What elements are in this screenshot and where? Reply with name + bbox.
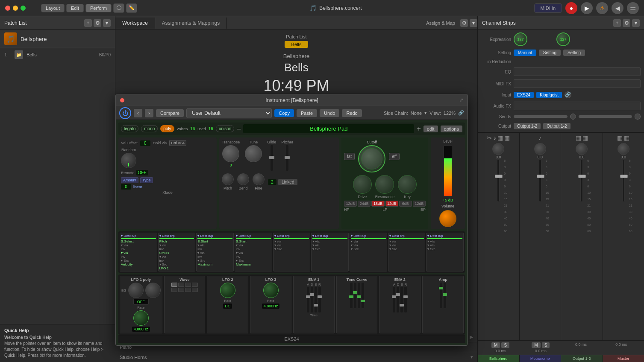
volume-knob[interactable] xyxy=(439,210,456,227)
tc-slider3[interactable] xyxy=(358,283,360,308)
ch-fader-thumb-bellsphere[interactable] xyxy=(495,175,503,178)
ch-note-icon-bellsphere[interactable]: ♪ xyxy=(493,134,496,141)
ch-name-output[interactable]: Output 1-2 xyxy=(561,355,603,362)
edit-button[interactable]: edit xyxy=(423,126,438,132)
mod-src-0[interactable]: ▾ Src xyxy=(121,259,156,263)
expand-button[interactable]: + xyxy=(417,125,421,133)
maximize-button[interactable] xyxy=(21,6,26,11)
mod-src-4[interactable]: ▾ Src xyxy=(274,247,309,251)
mod-dest-0[interactable]: ▾ Dest b/p xyxy=(121,234,156,238)
env1-a-thumb[interactable] xyxy=(306,295,310,298)
filter-12db-lp[interactable]: 12dB xyxy=(385,201,398,207)
pitch-knob[interactable] xyxy=(222,173,234,185)
mod-dest-3[interactable]: ▾ Dest b/p xyxy=(236,234,271,238)
mod-via2-0[interactable]: ▾ via xyxy=(121,251,156,255)
lfo2-knob[interactable] xyxy=(220,283,235,298)
record-button[interactable]: ● xyxy=(565,2,577,14)
tab-workspace[interactable]: Workspace xyxy=(115,18,155,29)
wave-type5[interactable] xyxy=(178,288,184,292)
wave-square[interactable] xyxy=(185,283,191,287)
filter-6db[interactable]: 6dB xyxy=(399,201,412,207)
drive-knob[interactable] xyxy=(353,175,372,194)
mod-via2-2[interactable]: ▾ via xyxy=(197,251,232,255)
setting-btn-1[interactable]: Manual xyxy=(514,50,536,56)
legato-button[interactable]: legato xyxy=(121,125,138,132)
mod-dest-8[interactable]: ▾ Dest b/p xyxy=(427,234,462,238)
mod-inv2-0[interactable]: inv xyxy=(121,255,156,259)
mod-via-0[interactable]: ▾ via xyxy=(121,243,156,247)
mod-src-7[interactable]: ▾ Src xyxy=(389,247,424,251)
mod-src-5[interactable]: ▾ Src xyxy=(312,247,347,251)
mod-dest-2[interactable]: ▾ Dest b/p xyxy=(197,234,232,238)
resonance-knob[interactable] xyxy=(375,175,394,194)
mod-src-3[interactable]: ▾ Src xyxy=(236,259,271,263)
tc-thumb4[interactable] xyxy=(361,300,365,302)
mute-bellsphere[interactable]: M xyxy=(491,342,500,348)
midi-in-button[interactable]: MIDI In xyxy=(534,3,562,13)
mod-inv2-1[interactable]: inv xyxy=(159,259,194,263)
ch-fader-thumb-master[interactable] xyxy=(620,175,628,178)
sidechain-chevron-icon[interactable]: ▾ xyxy=(424,110,427,116)
cs-add-button[interactable]: + xyxy=(613,19,621,27)
env2-r-thumb[interactable] xyxy=(403,295,408,298)
type-button[interactable]: Type xyxy=(140,177,153,183)
input-btn-1[interactable]: EXS24 xyxy=(514,92,534,98)
ws-active-patch[interactable]: Bells xyxy=(285,41,309,48)
fine-knob[interactable] xyxy=(253,173,265,185)
lfo3-knob[interactable] xyxy=(263,283,279,298)
env1-a-slider[interactable] xyxy=(307,287,309,312)
mod-via2-4[interactable]: ▾ via xyxy=(274,243,309,247)
mod-inv-0[interactable]: inv xyxy=(121,247,156,251)
perform-button[interactable]: Perform xyxy=(85,4,112,12)
random-knob[interactable] xyxy=(121,153,136,168)
mod-via-1[interactable]: ▾ via xyxy=(159,243,194,247)
ch-fader-bellsphere[interactable] xyxy=(497,159,500,202)
mod-inv-1[interactable]: inv xyxy=(159,247,194,251)
env2-r-slider[interactable] xyxy=(404,287,407,312)
env1-s-slider[interactable] xyxy=(315,287,317,312)
rewind-button[interactable]: ◀ xyxy=(612,2,623,14)
mod-via-6[interactable]: ▾ via xyxy=(351,239,386,243)
amp-thumb1[interactable] xyxy=(439,287,443,289)
play-button[interactable]: ▶ xyxy=(581,2,593,14)
tc-slider1[interactable] xyxy=(350,283,353,308)
wave-sine[interactable] xyxy=(171,283,177,287)
add-patch-button[interactable]: + xyxy=(84,19,92,27)
ch-pan-master[interactable] xyxy=(618,143,629,155)
env2-s-slider[interactable] xyxy=(400,287,403,312)
tc-slider4[interactable] xyxy=(362,283,364,308)
transpose-knob[interactable] xyxy=(222,145,239,162)
ch-name-bellsphere[interactable]: Bellsphere xyxy=(478,355,520,362)
send-circle-2[interactable] xyxy=(635,114,641,120)
cutoff-knob[interactable] xyxy=(358,145,385,172)
filter-18db[interactable]: 18dB xyxy=(371,201,384,207)
ch-pan-bellsphere[interactable] xyxy=(492,143,504,155)
mod-via-7[interactable]: ▾ via xyxy=(389,239,424,243)
lfo1-delay-knob2[interactable] xyxy=(145,283,161,298)
mod-src-2[interactable]: ▾ Src xyxy=(197,259,232,263)
env2-d-thumb[interactable] xyxy=(396,293,400,296)
expression-knob-2[interactable]: 127 xyxy=(556,32,570,46)
mono-button[interactable]: mono xyxy=(141,125,158,132)
eff-button[interactable]: eff xyxy=(389,153,400,160)
patch-settings-button[interactable]: ⚙ xyxy=(94,19,101,27)
mod-pitch-1[interactable]: Pitch xyxy=(159,239,194,243)
mod-dest-7[interactable]: ▾ Dest b/p xyxy=(389,234,424,238)
ch-plugin-icon-master[interactable]: ▦ xyxy=(624,134,629,141)
unison-button[interactable]: unison xyxy=(216,125,234,132)
mod-inv-3[interactable]: inv xyxy=(236,247,271,251)
mixer-button[interactable]: ⚌ xyxy=(627,2,639,14)
amp-slider2[interactable] xyxy=(444,283,446,308)
mod-ctrl-1[interactable]: Ctrl #1 xyxy=(159,251,194,255)
ch-eq-icon-bellsphere[interactable]: ▦ xyxy=(497,134,503,141)
minimize-button[interactable] xyxy=(13,6,18,11)
cs-gear-button[interactable]: ⚙ xyxy=(623,19,630,27)
mod-via-3[interactable]: ▾ via xyxy=(236,243,271,247)
mod-src-1[interactable]: ▾ Src xyxy=(159,263,194,266)
cs-chevron-button[interactable]: ▾ xyxy=(632,19,640,27)
env1-s-thumb[interactable] xyxy=(314,304,318,307)
inst-resize-button[interactable]: ⤢ xyxy=(459,97,463,103)
workspace-gear-button[interactable]: ⚙ xyxy=(460,19,468,27)
amp-thumb2[interactable] xyxy=(443,293,447,296)
env1-r-thumb[interactable] xyxy=(318,295,322,298)
